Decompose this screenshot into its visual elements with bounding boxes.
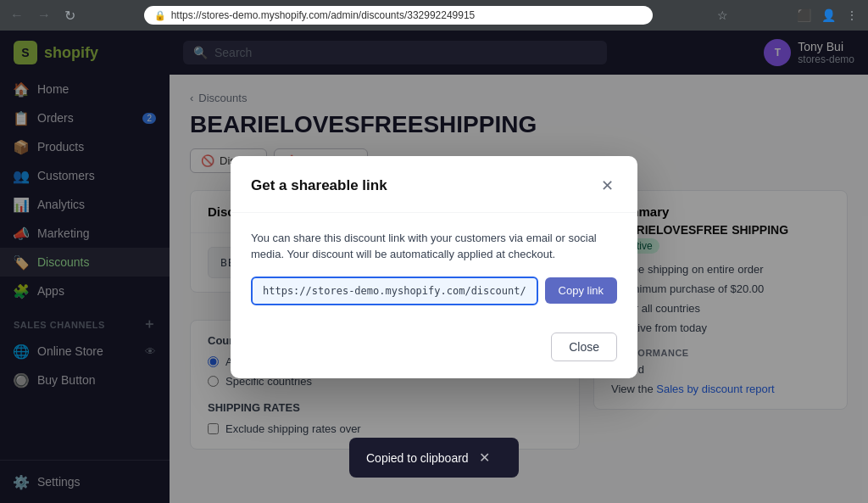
menu-button[interactable]: ⋮ [843,5,861,25]
modal-header: Get a shareable link ✕ [231,156,637,213]
toast-message: Copied to clipboard [366,451,469,465]
modal-close-action-button[interactable]: Close [551,333,617,361]
modal-title: Get a shareable link [251,177,387,194]
browser-chrome: ← → ↻ 🔒 https://stores-demo.myshopify.co… [0,0,868,31]
modal-description: You can share this discount link with yo… [251,230,617,263]
bookmark-icon[interactable]: ☆ [717,8,728,22]
browser-actions: ⬛ 👤 ⋮ [793,5,861,25]
modal-footer: Close [231,322,637,378]
modal-link-row: Copy link [251,277,617,305]
toast-close-button[interactable]: ✕ [479,450,490,466]
modal-overlay[interactable]: Get a shareable link ✕ You can share thi… [0,31,868,503]
copy-link-button[interactable]: Copy link [545,277,617,304]
modal-body: You can share this discount link with yo… [231,213,637,322]
toast-notification: Copied to clipboard ✕ [349,438,519,478]
accounts-button[interactable]: 👤 [818,5,839,25]
shareable-link-input[interactable] [251,277,538,305]
lock-icon: 🔒 [154,10,166,21]
forward-button[interactable]: → [34,4,54,26]
reload-button[interactable]: ↻ [61,4,79,27]
url-text: https://stores-demo.myshopify.com/admin/… [171,9,476,21]
extensions-button[interactable]: ⬛ [793,5,815,25]
back-button[interactable]: ← [7,4,27,26]
shareable-link-modal: Get a shareable link ✕ You can share thi… [231,156,637,378]
address-bar[interactable]: 🔒 https://stores-demo.myshopify.com/admi… [144,6,653,25]
modal-close-button[interactable]: ✕ [598,173,617,198]
